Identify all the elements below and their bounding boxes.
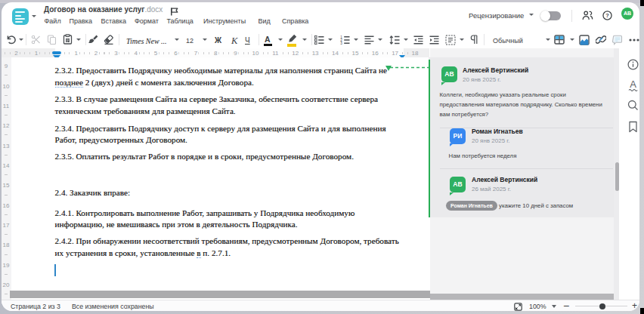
svg-text:А: А [630, 78, 636, 90]
svg-text:3: 3 [340, 42, 342, 45]
